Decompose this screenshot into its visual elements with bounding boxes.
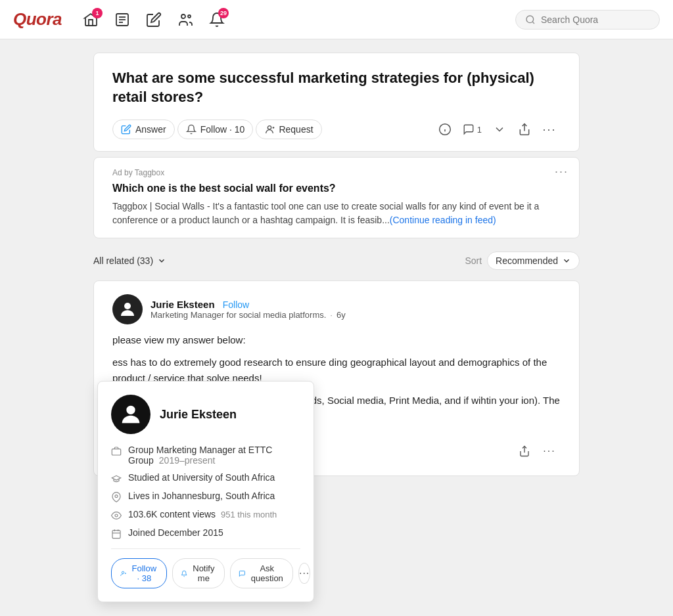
ad-label: Ad by Taggbox <box>112 168 561 177</box>
ad-continue-link[interactable]: (Continue reading in feed) <box>390 215 496 225</box>
popup-ask-button[interactable]: Ask question <box>230 558 293 588</box>
popup-bell-icon <box>181 569 187 579</box>
request-icon <box>264 124 275 135</box>
answer-label: Answer <box>135 124 166 135</box>
ad-more-button[interactable]: ··· <box>555 165 569 177</box>
ad-title: Which one is the best social wall for ev… <box>112 183 561 194</box>
popup-follow-button[interactable]: Follow · 38 <box>111 558 167 588</box>
svg-point-25 <box>122 571 124 573</box>
user-popup-card: Jurie Eksteen Group Marketing Manager at… <box>97 381 314 602</box>
avatar-icon <box>118 299 137 319</box>
answer-user-sub: Marketing Manager for social media platf… <box>151 310 561 320</box>
nav-icons: 1 29 <box>78 7 230 33</box>
location-icon <box>111 492 122 502</box>
request-button[interactable]: Request <box>256 120 321 139</box>
follow-icon <box>186 124 197 135</box>
sort-chevron-icon <box>562 256 571 265</box>
svg-line-7 <box>532 22 534 24</box>
notifications-badge: 29 <box>218 8 229 18</box>
write-icon <box>146 12 162 28</box>
eye-icon <box>111 510 122 521</box>
all-related-filter[interactable]: All related (33) <box>93 255 166 266</box>
write-nav-button[interactable] <box>141 7 167 33</box>
popup-notify-button[interactable]: Notify me <box>172 558 225 588</box>
answer-time: 6y <box>336 310 346 320</box>
follow-question-button[interactable]: Follow · 10 <box>177 120 254 139</box>
spaces-nav-button[interactable] <box>172 7 198 33</box>
downvote-button[interactable] <box>488 118 511 141</box>
home-badge: 1 <box>92 8 103 18</box>
svg-point-17 <box>126 406 135 414</box>
spaces-icon <box>177 12 193 28</box>
chevron-down-icon <box>157 256 166 265</box>
question-right-actions: 1 ··· <box>434 118 561 141</box>
request-label: Request <box>279 124 313 135</box>
popup-avatar <box>111 395 151 434</box>
briefcase-icon <box>111 446 122 456</box>
share-icon <box>518 123 531 136</box>
popup-joined-row: Joined December 2015 <box>111 527 300 539</box>
info-button[interactable] <box>434 118 456 141</box>
svg-point-15 <box>124 303 131 309</box>
home-nav-button[interactable]: 1 <box>78 7 104 33</box>
popup-views-row: 103.6K content views 951 this month <box>111 509 300 521</box>
notifications-nav-button[interactable]: 29 <box>204 7 230 33</box>
comment-icon <box>463 123 475 135</box>
search-icon <box>525 14 536 25</box>
comments-button[interactable]: 1 <box>459 121 486 138</box>
comment-count: 1 <box>477 125 482 135</box>
answer-header: Jurie Eksteen Follow Marketing Manager f… <box>112 294 561 324</box>
svg-point-19 <box>115 495 118 498</box>
all-related-label: All related (33) <box>93 255 153 266</box>
answers-nav-button[interactable] <box>109 7 135 33</box>
sort-value: Recommended <box>496 255 558 266</box>
popup-more-button[interactable]: ··· <box>298 563 310 584</box>
popup-user-name: Jurie Eksteen <box>160 408 237 422</box>
svg-point-5 <box>188 15 191 18</box>
header: Quora 1 29 <box>0 0 673 39</box>
search-input[interactable] <box>541 14 650 25</box>
sort-button[interactable]: Recommended <box>487 252 580 270</box>
sort-wrap: Sort Recommended <box>465 252 580 270</box>
answer-follow-link[interactable]: Follow <box>223 299 249 310</box>
popup-notify-label: Notify me <box>191 563 216 583</box>
answer-user-name: Jurie Eksteen Follow <box>151 299 561 310</box>
svg-point-6 <box>526 16 534 23</box>
answers-icon <box>114 12 130 28</box>
sort-label: Sort <box>465 255 482 266</box>
question-actions: Answer Follow · 10 Request 1 <box>112 118 561 141</box>
answer-avatar <box>112 294 143 324</box>
svg-rect-18 <box>112 449 120 455</box>
popup-job-row: Group Marketing Manager at ETTC Group 20… <box>111 445 300 466</box>
share-button[interactable] <box>513 118 536 141</box>
popup-ask-label: Ask question <box>250 563 285 583</box>
calendar-icon <box>111 529 122 539</box>
svg-point-20 <box>115 514 118 517</box>
more-button[interactable]: ··· <box>538 118 561 141</box>
question-title: What are some successful marketing strat… <box>112 69 561 106</box>
popup-header: Jurie Eksteen <box>111 395 300 434</box>
popup-footer: Follow · 38 Notify me Ask question ··· <box>111 558 300 588</box>
downvote-icon <box>493 123 506 136</box>
svg-point-8 <box>268 126 271 129</box>
popup-follow-icon <box>120 569 126 579</box>
question-card: What are some successful marketing strat… <box>93 53 580 152</box>
answer-share-button[interactable] <box>513 440 536 462</box>
popup-divider <box>111 548 300 549</box>
ad-card: Ad by Taggbox ··· Which one is the best … <box>93 157 580 238</box>
popup-location-row: Lives in Johannesburg, South Africa <box>111 491 300 502</box>
svg-point-4 <box>181 14 185 18</box>
popup-avatar-icon <box>118 401 144 428</box>
popup-ask-icon <box>239 569 246 579</box>
graduation-icon <box>111 473 122 484</box>
follow-label: Follow · 10 <box>200 124 245 135</box>
ad-body: Taggbox | Social Walls - It's a fantasti… <box>112 200 561 227</box>
answer-user-info: Jurie Eksteen Follow Marketing Manager f… <box>151 299 561 320</box>
filter-bar: All related (33) Sort Recommended <box>93 244 580 278</box>
answer-icon <box>121 124 131 135</box>
info-icon <box>438 123 452 136</box>
search-bar[interactable] <box>515 10 660 30</box>
answer-more-button[interactable]: ··· <box>538 440 561 462</box>
popup-follow-label: Follow · 38 <box>130 563 158 583</box>
answer-button[interactable]: Answer <box>112 120 175 139</box>
